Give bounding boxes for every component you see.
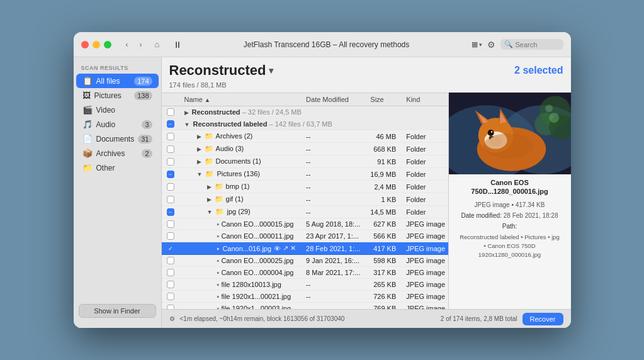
row-kind-audio-folder: Folder bbox=[401, 143, 448, 155]
col-header-kind[interactable]: Kind bbox=[401, 93, 448, 106]
checkbox-bmp[interactable] bbox=[167, 183, 174, 191]
table-row[interactable]: ▪Canon EO...000011.jpg 23 Apr 2017, 1:..… bbox=[162, 230, 448, 242]
checkbox-audio-folder[interactable] bbox=[167, 145, 174, 153]
file-table-wrapper[interactable]: Name ▲ Date Modified Size Kind bbox=[162, 93, 448, 309]
sidebar-item-other[interactable]: 📁 Other bbox=[76, 160, 159, 175]
row-kind-gif: Folder bbox=[401, 193, 448, 206]
preview-type-info: JPEG image • 417.34 KB bbox=[454, 200, 566, 210]
group-reconstructed-labeled[interactable]: − ▼ Reconstructed labeled – 142 files / … bbox=[162, 118, 448, 130]
table-row[interactable]: ▶ 📁bmp (1) -- 2,4 MB Folder bbox=[162, 181, 448, 193]
expand-archives-icon[interactable]: ▶ bbox=[197, 133, 201, 140]
preview-filename: Canon EOS 750D...1280_000016.jpg bbox=[449, 174, 571, 198]
sidebar-item-video[interactable]: 🎬 Video bbox=[76, 103, 159, 117]
table-row[interactable]: ▪Canon EO...000025.jpg 9 Jan 2021, 16:..… bbox=[162, 255, 448, 267]
forward-button[interactable]: › bbox=[135, 39, 147, 50]
row-name-pictures-folder: ▼ 📁Pictures (136) bbox=[179, 168, 302, 181]
expand-audio-icon[interactable]: ▶ bbox=[197, 146, 201, 152]
row-date-file2: 23 Apr 2017, 1:... bbox=[301, 230, 365, 242]
search-icon: 🔍 bbox=[504, 40, 513, 48]
row-size-gif: 1 KB bbox=[365, 193, 401, 206]
x-icon[interactable]: ✕ bbox=[290, 244, 296, 252]
checkbox-file1[interactable] bbox=[167, 220, 174, 228]
row-date-documents-folder: -- bbox=[301, 155, 365, 168]
expand-pictures-icon[interactable]: ▼ bbox=[197, 171, 203, 177]
expand-icon[interactable]: ▶ bbox=[184, 110, 189, 116]
checkbox-pictures-folder[interactable]: − bbox=[167, 171, 174, 178]
checkbox-jpg-folder[interactable]: − bbox=[167, 208, 174, 216]
group-reconstructed[interactable]: ▶ Reconstructed – 32 files / 24,5 MB bbox=[162, 106, 448, 118]
view-button[interactable]: ▦ ▾ bbox=[472, 40, 482, 48]
pause-button[interactable]: ⏸ bbox=[173, 40, 182, 50]
sidebar-item-audio[interactable]: 🎵 Audio 3 bbox=[76, 117, 159, 132]
close-button[interactable] bbox=[81, 41, 89, 48]
back-button[interactable]: ‹ bbox=[121, 39, 133, 50]
expand-jpg-icon[interactable]: ▼ bbox=[207, 209, 213, 215]
expand-labeled-icon[interactable]: ▼ bbox=[184, 121, 190, 128]
checkbox-file6[interactable] bbox=[167, 281, 174, 288]
sidebar-count-all-files: 174 bbox=[134, 77, 152, 86]
pictures-icon: 🖼 bbox=[82, 91, 91, 100]
table-row[interactable]: ▪Canon EO...000004.jpg 8 Mar 2021, 17:..… bbox=[162, 267, 448, 279]
sidebar-item-documents[interactable]: 📄 Documents 31 bbox=[76, 132, 159, 146]
expand-bmp-icon[interactable]: ▶ bbox=[207, 184, 212, 190]
row-date-bmp: -- bbox=[301, 181, 365, 193]
search-input[interactable] bbox=[516, 41, 560, 48]
home-icon[interactable]: ⌂ bbox=[152, 39, 163, 50]
maximize-button[interactable] bbox=[104, 41, 111, 48]
checkbox-file4[interactable] bbox=[167, 257, 174, 264]
file-count: 174 files / 88,1 MB bbox=[162, 81, 571, 93]
filter-button[interactable]: ⚙ bbox=[487, 40, 495, 50]
minimize-button[interactable] bbox=[93, 41, 100, 48]
row-kind-file3: JPEG image bbox=[401, 242, 448, 255]
sidebar-count-audio: 3 bbox=[142, 120, 152, 129]
checkbox-file7[interactable] bbox=[167, 293, 174, 300]
table-row[interactable]: ▶ 📁Archives (2) -- 46 MB Folder bbox=[162, 130, 448, 143]
sidebar-item-all-files[interactable]: 📋 All files 174 bbox=[76, 74, 159, 88]
table-row[interactable]: ▪file 1920x1...00003.jpg -- 769 KB JPEG … bbox=[162, 303, 448, 310]
checkbox-file2[interactable] bbox=[167, 232, 174, 240]
expand-documents-icon[interactable]: ▶ bbox=[197, 159, 201, 165]
preview-path-value: Reconstructed labeled • Pictures • jpg •… bbox=[454, 232, 566, 261]
svg-point-20 bbox=[545, 104, 553, 112]
row-size-bmp: 2,4 MB bbox=[365, 181, 401, 193]
group-name-labeled[interactable]: ▼ Reconstructed labeled – 142 files / 63… bbox=[179, 118, 448, 130]
sidebar-label-video: Video bbox=[96, 106, 152, 115]
checkbox-file5[interactable] bbox=[167, 269, 174, 276]
checkbox-documents-folder[interactable] bbox=[167, 158, 174, 166]
checkbox-gif[interactable] bbox=[167, 196, 174, 203]
search-box: 🔍 bbox=[500, 39, 563, 50]
checkbox-file8[interactable] bbox=[167, 305, 174, 309]
table-row[interactable]: ▪file 1280x10013.jpg -- 265 KB JPEG imag… bbox=[162, 279, 448, 291]
svg-point-12 bbox=[490, 131, 492, 132]
checkbox-reconstructed[interactable] bbox=[167, 108, 174, 116]
sort-icon: ▲ bbox=[205, 97, 210, 103]
table-row[interactable]: ▶ 📁Documents (1) -- 91 KB Folder bbox=[162, 155, 448, 168]
col-header-date[interactable]: Date Modified bbox=[301, 93, 365, 106]
table-row[interactable]: ▶ 📁Audio (3) -- 668 KB Folder bbox=[162, 143, 448, 155]
table-row[interactable]: − ▼ 📁jpg (29) -- 14,5 MB Folder bbox=[162, 206, 448, 218]
group-name-reconstructed[interactable]: ▶ Reconstructed – 32 files / 24,5 MB bbox=[179, 106, 448, 118]
checkbox-archives[interactable] bbox=[167, 133, 174, 140]
row-size-file6: 265 KB bbox=[365, 279, 401, 291]
table-row[interactable]: ▪file 1920x1...00021.jpg -- 726 KB JPEG … bbox=[162, 291, 448, 303]
table-row[interactable]: ▶ 📁gif (1) -- 1 KB Folder bbox=[162, 193, 448, 206]
sidebar-item-archives[interactable]: 📦 Archives 2 bbox=[76, 146, 159, 160]
sidebar-item-pictures[interactable]: 🖼 Pictures 138 bbox=[76, 88, 159, 103]
file-icon: ▪ bbox=[217, 232, 220, 240]
documents-icon: 📄 bbox=[82, 134, 93, 143]
table-row-selected[interactable]: ✓ ▪ Canon...016.jpg 👁 ↗ ✕ bbox=[162, 242, 448, 255]
eye-icon[interactable]: 👁 bbox=[274, 245, 281, 252]
arrow-icon[interactable]: ↗ bbox=[283, 244, 288, 252]
col-header-size[interactable]: Size bbox=[365, 93, 401, 106]
col-header-name[interactable]: Name ▲ bbox=[179, 93, 302, 106]
title-chevron-icon[interactable]: ▾ bbox=[269, 65, 273, 76]
video-icon: 🎬 bbox=[82, 105, 93, 115]
table-row[interactable]: ▪Canon EO...000015.jpg 5 Aug 2018, 18:..… bbox=[162, 218, 448, 230]
recover-button[interactable]: Recover bbox=[523, 313, 563, 325]
checkbox-labeled[interactable]: − bbox=[167, 120, 174, 128]
traffic-lights bbox=[81, 41, 111, 48]
expand-gif-icon[interactable]: ▶ bbox=[207, 196, 212, 203]
checkbox-file3[interactable]: ✓ bbox=[167, 245, 174, 252]
show-in-finder-button[interactable]: Show in Finder bbox=[79, 304, 156, 318]
table-row[interactable]: − ▼ 📁Pictures (136) -- 16,9 MB Folder bbox=[162, 168, 448, 181]
